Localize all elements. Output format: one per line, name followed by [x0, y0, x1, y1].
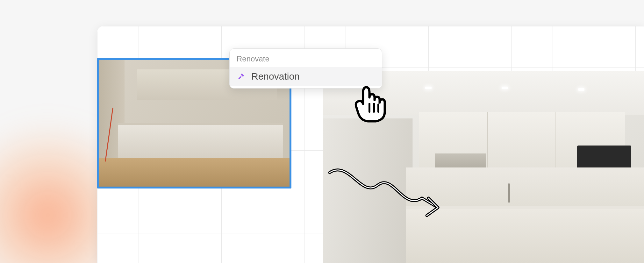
menu-item-label: Renovation — [251, 71, 300, 82]
hammer-icon — [237, 72, 246, 81]
menu-item-renovation[interactable]: Renovation — [230, 67, 382, 86]
svg-rect-0 — [238, 76, 242, 80]
after-image[interactable] — [323, 71, 644, 263]
command-menu-query: Renovate — [230, 53, 382, 67]
command-menu[interactable]: Renovate Renovation — [229, 48, 382, 89]
